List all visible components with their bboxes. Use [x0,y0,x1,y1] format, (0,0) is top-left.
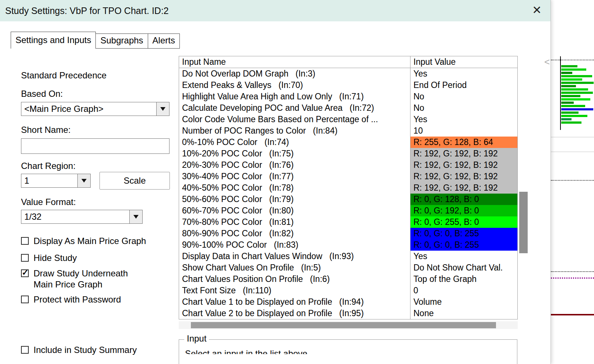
input-name-cell[interactable]: Calculate Developing POC and Value Area … [179,102,410,114]
input-value-cell[interactable]: None [410,308,517,319]
input-value-cell[interactable]: R: 192, G: 192, B: 192 [410,171,517,182]
table-row[interactable]: 60%-70% POC Color (In:80)R: 0, G: 192, B… [179,205,517,216]
table-row[interactable]: 20%-30% POC Color (In:76)R: 192, G: 192,… [179,159,517,171]
input-value-cell[interactable]: R: 192, G: 192, B: 192 [410,148,517,159]
table-row[interactable]: Number of POC Ranges to Color (In:84)10 [179,125,517,137]
table-row[interactable]: 90%-100% POC Color (In:83)R: 0, G: 0, B:… [179,239,517,251]
checkbox-icon[interactable] [21,296,29,303]
checkbox-icon[interactable] [21,269,29,277]
checkbox-icon[interactable] [21,346,29,354]
input-value-cell[interactable]: 0 [410,285,517,296]
input-name-cell[interactable]: Display Data in Chart Values Window (In:… [179,251,410,262]
table-row[interactable]: Extend Peaks & Valleys (In:70)End Of Per… [179,79,517,91]
input-name-cell[interactable]: Highlight Value Area High and Low Only (… [179,91,410,102]
input-value-cell[interactable]: Yes [410,68,517,79]
input-value-cell[interactable]: R: 192, G: 192, B: 192 [410,159,517,171]
input-value-cell[interactable]: R: 0, G: 0, B: 255 [410,228,517,239]
input-name-cell[interactable]: 70%-80% POC Color (In:81) [179,216,410,228]
table-row[interactable]: Calculate Developing POC and Value Area … [179,102,517,114]
inputs-table: Input Name Input Value Do Not Overlap DO… [179,56,518,319]
chevron-down-icon[interactable] [129,210,142,223]
based-on-select[interactable]: <Main Price Graph> [21,102,170,116]
input-name-cell[interactable]: 10%-20% POC Color (In:75) [179,148,410,159]
input-value-cell[interactable]: Volume [410,296,517,308]
table-row[interactable]: 0%-10% POC Color (In:74)R: 255, G: 128, … [179,137,517,148]
input-value-cell[interactable]: Yes [410,114,517,125]
column-header-input-value[interactable]: Input Value [410,56,517,68]
input-value-cell[interactable]: R: 0, G: 128, B: 0 [410,194,517,205]
checkbox-hide-study[interactable]: Hide Study [21,252,77,264]
input-value-cell[interactable]: 10 [410,125,517,137]
table-row[interactable]: 30%-40% POC Color (In:77)R: 192, G: 192,… [179,171,517,182]
checkbox-draw-study-underneath[interactable]: Draw Study Underneath Main Price Graph [21,268,140,290]
column-header-input-name[interactable]: Input Name [179,56,410,68]
volume-profile-bar [561,105,585,107]
volume-profile-bar [561,68,586,71]
input-value-cell[interactable]: Top of the Graph [410,273,517,285]
checkbox-display-as-main-price-graph[interactable]: Display As Main Price Graph [21,236,146,247]
vertical-scrollbar-thumb[interactable] [519,192,528,253]
input-name-cell[interactable]: Chart Value 2 to be Displayed on Profile… [179,308,410,319]
input-name-cell[interactable]: 60%-70% POC Color (In:80) [179,205,410,216]
input-value-cell[interactable]: R: 0, G: 255, B: 0 [410,216,517,228]
input-value-cell[interactable]: No [410,91,517,102]
short-name-input[interactable] [21,138,170,154]
table-row[interactable]: Show Chart Values On Profile (In:5)Do No… [179,262,517,273]
value-format-select[interactable]: 1/32 [21,210,143,224]
input-name-cell[interactable]: 40%-50% POC Color (In:78) [179,182,410,194]
input-name-cell[interactable]: Text Font Size (In:110) [179,285,410,296]
input-name-cell[interactable]: Chart Values Position On Profile (In:6) [179,273,410,285]
input-name-cell[interactable]: Chart Value 1 to be Displayed on Profile… [179,296,410,308]
input-name-cell[interactable]: 50%-60% POC Color (In:79) [179,194,410,205]
table-row[interactable]: Highlight Value Area High and Low Only (… [179,91,517,102]
volume-profile-bar [561,82,594,84]
chevron-down-icon[interactable] [77,174,90,187]
chart-region-select[interactable]: 1 [21,174,91,188]
input-name-cell[interactable]: 90%-100% POC Color (In:83) [179,239,410,251]
input-name-cell[interactable]: 0%-10% POC Color (In:74) [179,137,410,148]
input-value-cell[interactable]: Yes [410,251,517,262]
input-value-cell[interactable]: R: 0, G: 0, B: 255 [410,239,517,251]
checkbox-protect-with-password[interactable]: Protect with Password [21,294,121,305]
table-row[interactable]: Text Font Size (In:110)0 [179,285,517,296]
close-icon[interactable]: ✕ [532,3,542,17]
chevron-down-icon[interactable] [156,102,169,116]
input-value-cell[interactable]: Do Not Show Chart Val. [410,262,517,273]
input-name-cell[interactable]: 30%-40% POC Color (In:77) [179,171,410,182]
table-row[interactable]: Chart Value 2 to be Displayed on Profile… [179,308,517,319]
horizontal-scrollbar[interactable] [179,321,518,329]
tab-subgraphs[interactable]: Subgraphs [95,33,148,49]
table-row[interactable]: 40%-50% POC Color (In:78)R: 192, G: 192,… [179,182,517,194]
input-name-cell[interactable]: Show Chart Values On Profile (In:5) [179,262,410,273]
input-name-cell[interactable]: Do Not Overlap DOM Graph (In:3) [179,68,410,79]
table-row[interactable]: Do Not Overlap DOM Graph (In:3)Yes [179,68,517,79]
table-row[interactable]: 50%-60% POC Color (In:79)R: 0, G: 128, B… [179,194,517,205]
input-value-cell[interactable]: R: 255, G: 128, B: 64 [410,137,517,148]
table-row[interactable]: Chart Values Position On Profile (In:6)T… [179,273,517,285]
checkbox-icon[interactable] [21,237,29,245]
checkbox-icon[interactable] [21,254,29,262]
input-value-cell[interactable]: End Of Period [410,79,517,91]
table-row[interactable]: 80%-90% POC Color (In:82)R: 0, G: 0, B: … [179,228,517,239]
input-name-cell[interactable]: Number of POC Ranges to Color (In:84) [179,125,410,137]
table-row[interactable]: Display Data in Chart Values Window (In:… [179,251,517,262]
checkbox-include-in-study-summary[interactable]: Include in Study Summary [21,344,137,356]
tab-settings-and-inputs[interactable]: Settings and Inputs [11,32,96,49]
input-name-cell[interactable]: 80%-90% POC Color (In:82) [179,228,410,239]
value-format-label: Value Format: [21,197,76,207]
chevron-left-icon[interactable]: < [544,57,550,67]
table-row[interactable]: 10%-20% POC Color (In:75)R: 192, G: 192,… [179,148,517,159]
input-value-cell[interactable]: R: 0, G: 192, B: 0 [410,205,517,216]
input-name-cell[interactable]: 20%-30% POC Color (In:76) [179,159,410,171]
input-name-cell[interactable]: Extend Peaks & Valleys (In:70) [179,79,410,91]
volume-profile-bar [561,112,579,114]
scale-button[interactable]: Scale [99,172,170,190]
table-row[interactable]: 70%-80% POC Color (In:81)R: 0, G: 255, B… [179,216,517,228]
input-name-cell[interactable]: Color Code Volume Bars Based on Percenta… [179,114,410,125]
tab-alerts[interactable]: Alerts [148,33,180,49]
horizontal-scrollbar-thumb[interactable] [191,322,496,328]
input-value-cell[interactable]: No [410,102,517,114]
table-row[interactable]: Color Code Volume Bars Based on Percenta… [179,114,517,125]
table-row[interactable]: Chart Value 1 to be Displayed on Profile… [179,296,517,308]
input-value-cell[interactable]: R: 192, G: 192, B: 192 [410,182,517,194]
